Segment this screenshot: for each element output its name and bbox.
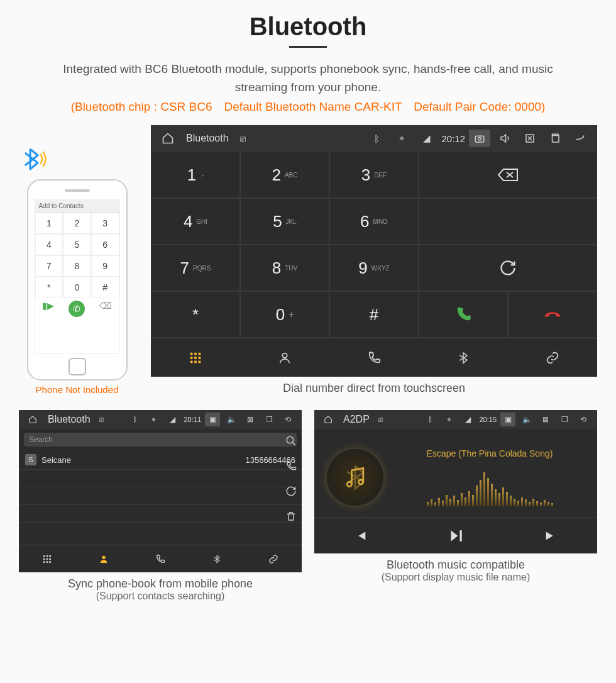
backspace-button[interactable] [419,152,597,198]
svg-rect-10 [190,360,193,363]
phonebook-caption1: Sync phone-book from mobile phone [19,577,302,591]
home-icon[interactable] [25,413,40,426]
clock: 20:11 [184,416,201,423]
phone-key: 2 [63,213,91,234]
phonebook-caption2: (Support contacts searching) [19,591,302,602]
title-underline [289,46,327,48]
clock: 20:12 [441,133,465,144]
redial-button[interactable] [419,245,597,291]
back-icon[interactable]: ⟲ [280,413,295,426]
key-7[interactable]: 7PQRS [151,245,240,291]
svg-rect-7 [190,357,193,359]
home-icon[interactable] [321,413,336,426]
key-9[interactable]: 9WXYZ [329,245,419,291]
tab-pair[interactable] [508,338,597,377]
back-icon[interactable] [569,130,591,147]
key-0[interactable]: 0+ [240,291,329,338]
play-pause-button[interactable] [448,528,464,544]
screenshot-icon[interactable]: ▣ [500,413,515,426]
phone-key: 9 [91,255,119,277]
empty-row [19,523,302,540]
svg-rect-5 [194,352,197,355]
volume-icon[interactable]: 🔈 [224,413,239,426]
key-6[interactable]: 6MNO [329,198,419,245]
close-app-icon[interactable]: ⊠ [538,413,553,426]
tab-bluetooth[interactable] [189,545,245,572]
tab-pair[interactable] [245,545,302,572]
phone-mockup: Add to Contacts 1 2 3 4 5 6 7 8 9 * 0 # [27,179,128,380]
phone-key: 5 [63,234,91,255]
screenshot-icon[interactable]: ▣ [205,413,220,426]
tab-dialpad[interactable] [19,545,75,572]
svg-rect-18 [43,558,45,560]
location-icon: ⌖ [391,130,412,147]
tab-contacts[interactable] [75,545,132,572]
close-app-icon[interactable]: ⊠ [243,413,258,426]
tab-call-log[interactable] [329,338,419,377]
svg-rect-3 [553,136,559,143]
svg-rect-4 [190,352,193,355]
tab-dialpad[interactable] [151,338,240,377]
location-icon: ⌖ [146,413,161,426]
key-2[interactable]: 2ABC [240,152,329,198]
contact-badge: S [25,454,36,465]
phone-caption: Phone Not Included [19,384,135,395]
recent-apps-icon[interactable]: ❐ [261,413,277,426]
phone-header: Add to Contacts [35,200,119,213]
recent-apps-icon[interactable]: ❐ [557,413,572,426]
visualizer [395,469,585,506]
call-icon: ✆ [69,301,85,317]
empty-row [19,505,302,523]
search-input[interactable]: Search [24,433,297,447]
key-hash[interactable]: # [329,291,419,338]
delete-icon[interactable] [285,511,297,522]
home-icon[interactable] [157,130,179,147]
key-5[interactable]: 5JKL [240,198,329,245]
next-track-button[interactable] [544,529,558,543]
key-1[interactable]: 1.- [151,152,240,198]
volume-icon[interactable] [494,130,515,147]
hangup-button[interactable] [508,291,597,338]
bluetooth-signal-icon [19,144,135,174]
tab-contacts[interactable] [240,338,329,377]
volume-icon[interactable]: 🔈 [519,413,534,426]
page-description: Integrated with BC6 Bluetooth module, su… [44,60,572,96]
call-icon[interactable] [285,460,297,472]
phone-key: 1 [35,213,63,234]
video-icon: ▮▶ [42,301,54,317]
backspace-icon: ⌫ [99,301,112,317]
sync-icon[interactable] [285,486,297,497]
track-title: Escape (The Pina Colada Song) [395,448,585,458]
svg-rect-12 [199,360,201,363]
svg-rect-11 [194,360,197,363]
back-icon[interactable]: ⟲ [576,413,591,426]
recent-apps-icon[interactable] [544,130,566,147]
bluetooth-status-icon: ᛒ [366,130,387,147]
svg-rect-23 [49,561,51,563]
prev-track-button[interactable] [354,529,368,543]
close-app-icon[interactable] [519,130,541,147]
empty-cell [419,198,597,245]
contact-row[interactable]: S Seicane 13566664466 [19,450,302,470]
key-3[interactable]: 3DEF [329,152,419,198]
call-button[interactable] [419,291,508,338]
key-8[interactable]: 8TUV [240,245,329,291]
svg-rect-22 [47,561,48,563]
phone-key: # [91,277,119,298]
svg-rect-9 [199,357,201,359]
app-title: Bluetooth [48,414,91,425]
key-star[interactable]: * [151,291,240,338]
bluetooth-status-icon: ᛒ [422,413,437,426]
tab-call-log[interactable] [132,545,189,572]
music-caption2: (Support display music file name) [314,572,597,583]
usb-icon: ⎚ [233,130,254,147]
tab-bluetooth[interactable] [419,338,508,377]
svg-rect-19 [47,558,48,560]
key-4[interactable]: 4GHI [151,198,240,245]
clock: 20:15 [479,416,497,423]
dialer-screen: Bluetooth ⎚ ᛒ ⌖ ◢ 20:12 1.- 2ABC 3DE [151,125,597,377]
svg-point-14 [287,436,294,443]
screenshot-icon[interactable] [469,130,490,147]
bluetooth-status-icon: ᛒ [127,413,142,426]
search-icon[interactable] [285,435,297,447]
